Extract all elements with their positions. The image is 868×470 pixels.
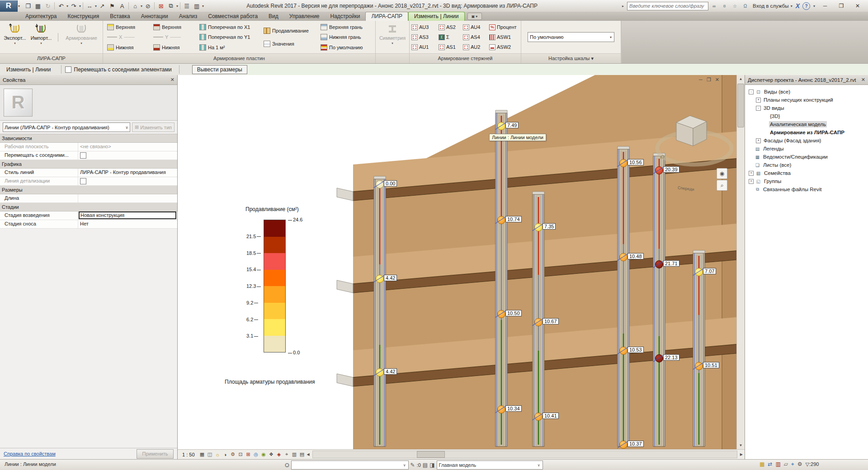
help-caret-icon[interactable]: ▾ xyxy=(813,4,815,8)
expand-icon[interactable]: + xyxy=(749,179,754,184)
measure-icon[interactable]: ↔ xyxy=(85,1,94,10)
search-expand-icon[interactable]: ▸ xyxy=(622,4,624,8)
punching-value-badge[interactable]: 10.48 xyxy=(619,253,627,261)
tree-item-label[interactable]: 3D виды xyxy=(763,105,785,111)
button-as4[interactable]: AS4 xyxy=(463,32,487,42)
property-checkbox-icon[interactable] xyxy=(80,178,86,184)
close-button[interactable]: ✕ xyxy=(851,1,864,10)
type-selector-combobox[interactable]: Линии (ЛИРА-САПР - Контур продавливания)… xyxy=(3,122,130,132)
tab-Анализ[interactable]: Анализ xyxy=(174,12,203,21)
temporary-view-properties-icon[interactable]: ❖ xyxy=(268,451,275,458)
show-crop-icon[interactable]: ⊞ xyxy=(245,451,252,458)
switch-windows-caret-icon[interactable]: ▾ xyxy=(176,4,178,8)
reveal-hidden-elements-icon[interactable]: ◉ xyxy=(260,451,268,458)
tree-item-label[interactable]: Виды (все) xyxy=(763,89,791,95)
button-на-1-м²[interactable]: На 1 м² xyxy=(199,42,259,52)
panel-label-plates[interactable]: Армирование пластин xyxy=(103,53,375,63)
punching-value-badge[interactable]: 21.71 xyxy=(655,260,663,268)
selection-box-icon[interactable]: ▤ xyxy=(298,451,306,458)
button-σ[interactable]: ΣΣ xyxy=(439,32,461,42)
select-pinned-icon[interactable]: ⌖ xyxy=(791,461,794,467)
tag-icon[interactable]: ⚑ xyxy=(108,1,117,10)
vertical-scroll-thumb[interactable] xyxy=(737,84,744,127)
tree-item-label[interactable]: Связанные файлы Revit xyxy=(762,186,822,193)
property-checkbox-icon[interactable] xyxy=(80,152,86,159)
punching-value-badge[interactable]: 10.74 xyxy=(497,216,505,224)
button-as3[interactable]: AS3 xyxy=(411,32,437,42)
punching-value-badge[interactable]: 0.00 xyxy=(376,180,384,188)
gear-icon[interactable]: ⚙ xyxy=(797,461,802,467)
communication-icon[interactable]: ⇄ xyxy=(768,461,772,467)
horizontal-scrollbar[interactable] xyxy=(312,451,737,458)
worksets-combobox[interactable]: ∨ xyxy=(291,461,409,470)
user-interface-caret-icon[interactable]: ▾ xyxy=(202,4,204,8)
tree-item[interactable]: +▧Семейства xyxy=(745,169,868,177)
button-au4[interactable]: AU4 xyxy=(463,22,487,32)
property-value-selected[interactable]: Новая конструкция xyxy=(79,212,176,219)
properties-close-icon[interactable]: ✕ xyxy=(170,77,175,83)
apply-button[interactable]: Применить xyxy=(137,449,174,459)
checkbox-icon[interactable] xyxy=(65,66,71,73)
thin-lines-icon[interactable]: ☰ xyxy=(182,1,191,10)
property-value[interactable]: <не связано> xyxy=(78,143,177,151)
tree-item-label[interactable]: {3D} xyxy=(769,113,781,119)
temporary-hide-isolate-icon[interactable]: ◎ xyxy=(252,451,260,458)
punching-value-badge[interactable]: 4.42 xyxy=(376,368,384,376)
button-au2[interactable]: AU2 xyxy=(463,42,487,52)
punching-value-badge[interactable]: 10.37 xyxy=(619,441,627,449)
reveal-constraints-icon[interactable]: ⌖ xyxy=(283,451,291,458)
import-button[interactable]: Импорт...▾ xyxy=(28,22,54,52)
design-options-combobox[interactable]: Главная модель∨ xyxy=(437,461,543,470)
button-asw2[interactable]: ASW2 xyxy=(489,42,519,52)
view-minimize-icon[interactable]: ─ xyxy=(699,77,703,83)
expand-icon[interactable]: + xyxy=(749,171,754,176)
application-menu-button[interactable]: R xyxy=(0,0,18,12)
tree-item-label[interactable]: Семейства xyxy=(763,170,792,176)
scroll-left-icon[interactable]: ◀ xyxy=(307,451,310,458)
property-value[interactable] xyxy=(78,177,177,185)
button-y[interactable]: Y ─── xyxy=(153,33,195,42)
user-interface-icon[interactable]: ▥ xyxy=(192,1,201,10)
default-3d-view-icon[interactable]: ⌂ xyxy=(131,1,140,10)
punching-value-badge[interactable]: 22.13 xyxy=(655,354,663,362)
tree-item-label[interactable]: Аналитическая модель xyxy=(769,121,827,127)
horizontal-scroll-thumb[interactable] xyxy=(417,451,445,458)
tree-item[interactable]: Аналитическая модель xyxy=(745,120,868,128)
tree-item[interactable]: {3D} xyxy=(745,112,868,120)
favorites-star-icon[interactable]: ☆ xyxy=(732,4,738,9)
button-продавливание[interactable]: Продавливание xyxy=(264,26,316,35)
button-по-умолчанию[interactable]: По умолчанию xyxy=(321,42,371,52)
punching-value-badge[interactable]: 10.67 xyxy=(534,318,542,326)
tree-item-label[interactable]: Ведомости/Спецификации xyxy=(762,154,829,160)
view-scale-button[interactable]: 1 : 50 xyxy=(179,452,198,457)
tab-Аннотации[interactable]: Аннотации xyxy=(136,12,174,21)
redo-caret-icon[interactable]: ▾ xyxy=(79,4,81,8)
tab-contextual-modify-lines[interactable]: Изменить | Линии xyxy=(408,12,465,21)
show-dimensions-button[interactable]: Вывести размеры xyxy=(192,65,247,74)
restore-button[interactable]: ❐ xyxy=(835,1,848,10)
undo-icon[interactable]: ↶ xyxy=(57,1,66,10)
select-links-icon[interactable]: ▱ xyxy=(784,461,788,467)
tree-item[interactable]: ▤Легенды xyxy=(745,145,868,153)
move-with-nearby-checkbox[interactable]: Перемещать с соседними элементами xyxy=(65,66,172,73)
search-input[interactable] xyxy=(627,2,708,10)
tree-item[interactable]: -⊡Виды (все) xyxy=(745,88,868,96)
punching-value-badge[interactable]: 10.34 xyxy=(497,405,505,414)
visual-style-icon[interactable]: ◫ xyxy=(206,451,214,458)
tree-item[interactable]: +◱Группы xyxy=(745,177,868,185)
button-поперечная-по-y1[interactable]: Поперечная по Y1 xyxy=(199,33,259,42)
tab-Конструкция[interactable]: Конструкция xyxy=(62,12,105,21)
properties-header[interactable]: Свойства✕ xyxy=(0,75,177,85)
design-options-icon[interactable]: ◨ xyxy=(429,462,434,468)
schedule-list-icon[interactable]: ▤ xyxy=(423,462,428,468)
tree-item[interactable]: -3D виды xyxy=(745,104,868,112)
edit-type-button[interactable]: ⊞Изменить тип xyxy=(132,122,175,132)
button-нижняя-грань[interactable]: Нижняя грань xyxy=(321,33,371,42)
punching-value-badge[interactable]: 4.42 xyxy=(376,275,384,283)
worksharing-monitor-icon[interactable]: ▦ xyxy=(760,461,764,467)
tab-Управление[interactable]: Управление xyxy=(284,12,325,21)
tree-item-label[interactable]: Армирование из ЛИРА-САПР xyxy=(769,129,845,136)
detail-level-icon[interactable]: ▦ xyxy=(198,451,206,458)
exchange-apps-icon[interactable]: X xyxy=(796,2,800,9)
tab-Совместная работа[interactable]: Совместная работа xyxy=(203,12,263,21)
